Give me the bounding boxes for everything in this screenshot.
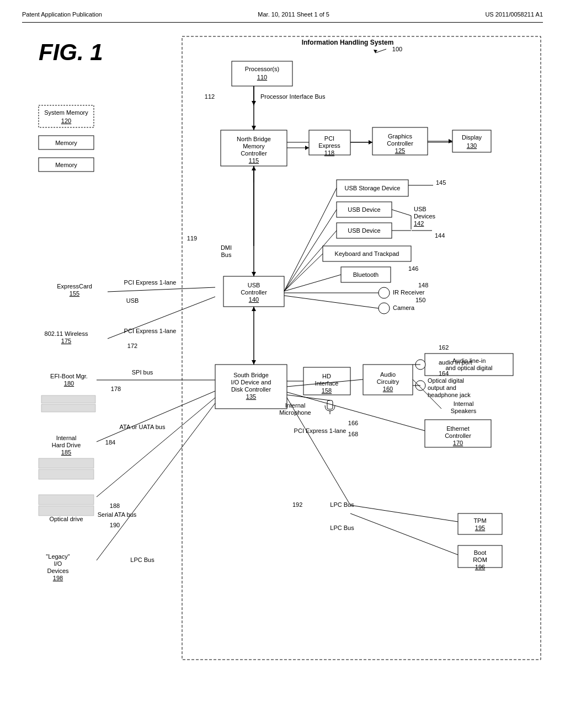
legacy-num: 198 [53,575,63,581]
svg-line-79 [287,398,350,505]
wifi-num: 175 [61,338,71,344]
nb-num: 115 [249,157,259,164]
proc-bus-label: Processor Interface Bus [260,93,326,100]
svg-line-65 [284,296,379,308]
kbd-label: Keyboard and Trackpad [335,250,399,257]
hdd-label: Internal [56,435,77,441]
num-184: 184 [105,439,115,446]
spi-label: SPI bus [132,369,153,376]
num-150: 150 [415,297,425,303]
num-192: 192 [292,501,302,508]
legacy-label2: I/O [54,560,62,567]
nb-label2: Memory [243,143,265,149]
svg-marker-55 [449,139,452,143]
display-num: 130 [467,142,477,149]
gc-num: 125 [395,147,405,154]
usb-devices-label2: Devices [414,213,436,220]
num-119: 119 [187,235,197,242]
svg-rect-46 [458,513,502,534]
nb-label3: Controller [241,150,267,157]
diagram-area: FIG. 1 Information Handling System 100 P… [22,34,546,684]
num-162: 162 [439,344,449,351]
svg-point-21 [379,287,390,298]
num-145: 145 [436,179,446,186]
memory2-label: Memory [55,162,77,168]
svg-line-1 [375,49,386,53]
int-mic-label2: Microphone [279,409,311,416]
opt-label2: output and [428,384,456,391]
hd-label: HD [322,373,331,379]
svg-rect-44 [39,495,94,505]
ec-num: 155 [70,290,79,297]
num-146: 146 [408,265,418,272]
usb-devices-num: 142 [414,220,424,227]
ihs-label: Information Handling System [302,39,394,46]
tpm-label: TPM [473,517,486,524]
svg-rect-4 [39,105,94,127]
int-spk-label: Internal [454,400,474,407]
page: Patent Application Publication Mar. 10, … [0,0,565,728]
hdd-label2: Hard Drive [52,442,81,448]
usb-ctrl-num: 140 [249,296,259,303]
num-172: 172 [127,342,137,349]
lpc-bus-2-label: LPC Bus [330,524,354,531]
num-166: 166 [348,420,358,426]
ihs-num: 100 [392,46,402,52]
sb-label: South Bridge [233,372,269,378]
num-112: 112 [205,93,215,100]
svg-rect-43 [39,469,94,479]
audio-label2: Circuitry [377,378,399,385]
sys-memory-num: 120 [61,117,71,124]
audio-in-label3: audio in port [439,359,472,366]
svg-marker-68 [252,307,256,311]
gc-label2: Controller [387,140,413,147]
svg-marker-58 [252,166,256,170]
svg-point-22 [379,303,390,314]
pci-1lane-3-label: PCI Express 1-lane [294,427,347,434]
usb-ctrl-label: USB [248,282,260,288]
ec-label: ExpressCard [57,283,92,290]
num-190: 190 [110,522,120,528]
svg-marker-51 [305,146,309,150]
efi-num: 180 [64,380,74,387]
svg-line-77 [108,287,215,292]
display-label: Display [462,134,482,141]
dmi-label: DMI [221,244,232,251]
page-header: Patent Application Publication Mar. 10, … [22,11,543,23]
nb-label: North Bridge [237,136,271,142]
eth-label: Ethernet [446,425,470,432]
svg-line-74 [97,391,215,442]
usb-devices-label: USB [414,206,427,212]
legacy-label: "Legacy" [46,553,70,560]
num-164: 164 [439,370,449,377]
dmi-label2: Bus [221,251,232,258]
svg-marker-53 [369,140,372,144]
bt-label: Bluetooth [353,271,379,278]
usb-dev2-label: USB Device [348,227,380,234]
svg-marker-49 [252,126,256,130]
header-left: Patent Application Publication [22,11,102,18]
pci-label: PCI [324,135,334,142]
svg-marker-67 [252,360,256,365]
hd-num: 158 [322,387,332,394]
svg-line-81 [350,513,458,555]
svg-rect-10 [452,130,491,152]
usb-storage-label: USB Storage Device [345,185,401,191]
int-mic-label: Internal [285,402,306,409]
processor-num: 110 [257,74,267,81]
usb-dev1-label: USB Device [348,206,380,213]
svg-rect-41 [41,404,95,412]
diagram-svg: Information Handling System 100 Processo… [22,34,546,684]
pci-1lane-1-label: PCI Express 1-lane [124,279,177,286]
lpc-bus-label: LPC Bus [130,556,154,563]
boot-label2: ROM [473,556,487,563]
hd-label2: Interface [315,380,339,387]
svg-rect-42 [39,458,94,468]
hdd-num: 185 [61,449,71,456]
boot-label: Boot [474,549,487,556]
svg-line-83 [287,395,330,400]
eth-label2: Controller [445,432,471,439]
gc-label: Graphics [388,133,413,140]
sb-num: 135 [246,393,256,400]
pci-num: 118 [324,149,334,156]
